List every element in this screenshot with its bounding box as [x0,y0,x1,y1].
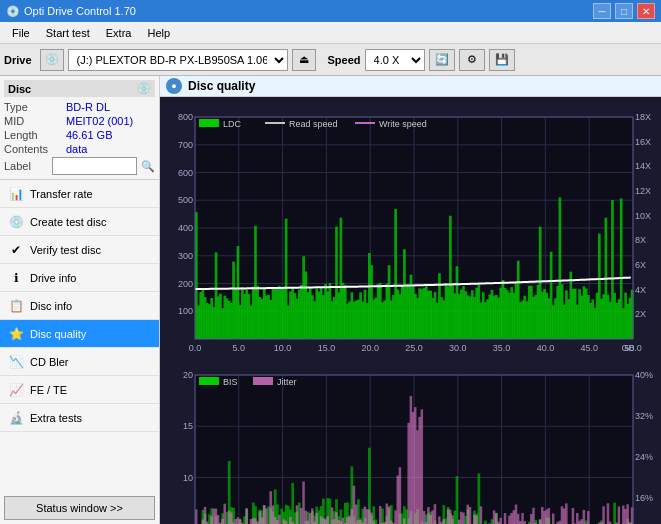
disc-contents-key: Contents [4,143,66,155]
nav-fe-te-label: FE / TE [30,384,67,396]
upper-chart [160,97,661,357]
nav-items: 📊 Transfer rate 💿 Create test disc ✔ Ver… [0,180,159,492]
refresh-button[interactable]: 🔄 [429,49,455,71]
transfer-rate-icon: 📊 [8,186,24,202]
drive-icon-button[interactable]: 💿 [40,49,64,71]
content-area: ● Disc quality LDC BIS Avg 18.58 0.36 [160,76,661,524]
disc-header: Disc 💿 [4,80,155,97]
nav-disc-quality-label: Disc quality [30,328,86,340]
nav-extra-tests[interactable]: 🔬 Extra tests [0,404,159,432]
disc-type-val: BD-R DL [66,101,110,113]
save-button[interactable]: 💾 [489,49,515,71]
disc-contents-val: data [66,143,87,155]
chart-title: Disc quality [188,79,255,93]
app-title-area: 💿 Opti Drive Control 1.70 [6,5,136,18]
nav-transfer-rate-label: Transfer rate [30,188,93,200]
disc-type-key: Type [4,101,66,113]
nav-fe-te[interactable]: 📈 FE / TE [0,376,159,404]
app-icon: 💿 [6,5,20,18]
disc-info-icon: 📋 [8,298,24,314]
drive-label: Drive [4,54,32,66]
main-area: Disc 💿 Type BD-R DL MID MEIT02 (001) Len… [0,76,661,524]
close-button[interactable]: ✕ [637,3,655,19]
menu-extra[interactable]: Extra [98,25,140,41]
settings-button[interactable]: ⚙ [459,49,485,71]
disc-mid-row: MID MEIT02 (001) [4,115,155,127]
maximize-button[interactable]: □ [615,3,633,19]
disc-quality-icon: ⭐ [8,326,24,342]
nav-disc-info[interactable]: 📋 Disc info [0,292,159,320]
drive-select[interactable]: (J:) PLEXTOR BD-R PX-LB950SA 1.06 [68,49,288,71]
extra-tests-icon: 🔬 [8,410,24,426]
disc-rows: Type BD-R DL MID MEIT02 (001) Length 46.… [4,101,155,175]
menu-file[interactable]: File [4,25,38,41]
minimize-button[interactable]: ─ [593,3,611,19]
nav-disc-info-label: Disc info [30,300,72,312]
nav-create-test-disc-label: Create test disc [30,216,106,228]
disc-length-row: Length 46.61 GB [4,129,155,141]
disc-type-row: Type BD-R DL [4,101,155,113]
menubar: File Start test Extra Help [0,22,661,44]
disc-quality-header-icon: ● [166,78,182,94]
sidebar: Disc 💿 Type BD-R DL MID MEIT02 (001) Len… [0,76,160,524]
disc-header-icon: 💿 [137,82,151,95]
disc-length-val: 46.61 GB [66,129,112,141]
menu-help[interactable]: Help [139,25,178,41]
cd-bler-icon: 📉 [8,354,24,370]
nav-cd-bler-label: CD Bler [30,356,69,368]
disc-panel: Disc 💿 Type BD-R DL MID MEIT02 (001) Len… [0,76,159,180]
window-controls: ─ □ ✕ [593,3,655,19]
nav-drive-info-label: Drive info [30,272,76,284]
verify-test-disc-icon: ✔ [8,242,24,258]
nav-drive-info[interactable]: ℹ Drive info [0,264,159,292]
menu-start-test[interactable]: Start test [38,25,98,41]
titlebar: 💿 Opti Drive Control 1.70 ─ □ ✕ [0,0,661,22]
lower-chart [160,357,661,524]
status-window-button[interactable]: Status window >> [4,496,155,520]
chart-header: ● Disc quality [160,76,661,97]
disc-mid-key: MID [4,115,66,127]
nav-create-test-disc[interactable]: 💿 Create test disc [0,208,159,236]
charts-container [160,97,661,524]
create-test-disc-icon: 💿 [8,214,24,230]
nav-extra-tests-label: Extra tests [30,412,82,424]
nav-cd-bler[interactable]: 📉 CD Bler [0,348,159,376]
drive-info-icon: ℹ [8,270,24,286]
app-title: Opti Drive Control 1.70 [24,5,136,17]
disc-mid-val: MEIT02 (001) [66,115,133,127]
disc-panel-title: Disc [8,83,31,95]
fe-te-icon: 📈 [8,382,24,398]
eject-button[interactable]: ⏏ [292,49,316,71]
speed-select[interactable]: 4.0 X [365,49,425,71]
disc-label-row: Label 🔍 [4,157,155,175]
nav-verify-test-disc-label: Verify test disc [30,244,101,256]
nav-disc-quality[interactable]: ⭐ Disc quality [0,320,159,348]
disc-length-key: Length [4,129,66,141]
speed-label: Speed [328,54,361,66]
disc-label-key: Label [4,160,48,172]
disc-label-input[interactable] [52,157,137,175]
drivebar: Drive 💿 (J:) PLEXTOR BD-R PX-LB950SA 1.0… [0,44,661,76]
nav-transfer-rate[interactable]: 📊 Transfer rate [0,180,159,208]
disc-contents-row: Contents data [4,143,155,155]
nav-verify-test-disc[interactable]: ✔ Verify test disc [0,236,159,264]
label-edit-icon[interactable]: 🔍 [141,160,155,173]
